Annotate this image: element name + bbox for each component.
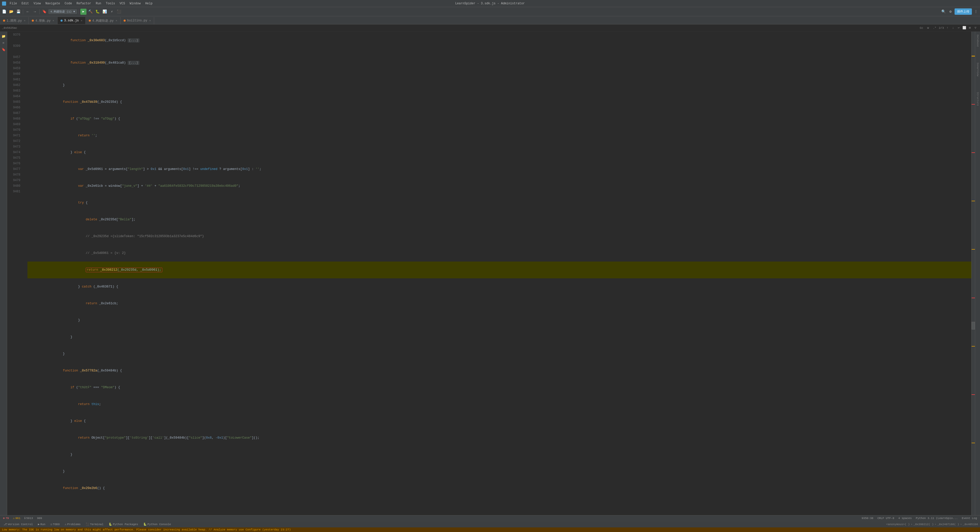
warning-number: 961 (15, 517, 20, 520)
python-version[interactable]: Python 3.11 (LearnSpio... (915, 516, 959, 520)
breadcrumb-2[interactable]: _0x398212( ) (913, 523, 934, 526)
breadcrumb-4[interactable]: _0x4051b6 (963, 523, 978, 526)
toolbar-right: 🔍 ⚙️ 插件上传 ⋮ (940, 8, 979, 15)
build-button[interactable]: 🔨 (88, 9, 94, 15)
memory-warning-text: Low memory: The IDE is running low on me… (2, 528, 291, 531)
search-button[interactable]: 🔍 (940, 9, 947, 15)
more-button[interactable]: ⋮ (973, 9, 979, 15)
terminal-tab[interactable]: ⬛ Terminal (84, 522, 105, 526)
tab-builtins[interactable]: builtins.py ✕ (121, 17, 154, 24)
tab-dot-4 (89, 19, 91, 22)
code-line-9481: function _0x20e2b6() { (27, 480, 971, 497)
run-button[interactable]: ▶ (80, 9, 86, 15)
indent-info[interactable]: 4 spaces (897, 516, 913, 520)
menu-vcs[interactable]: VCS (118, 1, 127, 6)
version-control-tab[interactable]: ⎇ Version Control (2, 522, 34, 526)
settings-button[interactable]: ⚙️ (947, 9, 953, 15)
python-console-tab[interactable]: 🐍 Python Console (142, 522, 172, 526)
code-line-9464: try { (27, 194, 971, 211)
menu-tools[interactable]: Tools (104, 1, 117, 6)
options-button[interactable]: ▽ (973, 25, 978, 30)
menu-code[interactable]: Code (62, 1, 74, 6)
stop-button[interactable]: ⬛ (116, 9, 122, 15)
wrap-button[interactable]: ↩ (956, 25, 961, 30)
tab-close-2[interactable]: ✕ (52, 19, 54, 22)
python-packages-icon: 🐍 (108, 522, 112, 526)
bottom-breadcrumb: <anonymous>( ) › _0x398212( ) › _0x24071… (886, 523, 978, 526)
code-line-9460: return ''; (27, 127, 971, 144)
branch-selector[interactable]: 4.构建轨迹 (1) ▼ (48, 9, 77, 14)
tab-close-4[interactable]: ✕ (116, 19, 117, 22)
filter-button[interactable]: ⊞ (967, 25, 972, 30)
todo-label: TODO (53, 523, 59, 526)
tab-dot-1 (3, 19, 5, 22)
save-button[interactable]: 💾 (15, 9, 21, 15)
menu-file[interactable]: File (8, 1, 19, 6)
tab-close-3[interactable]: ✕ (81, 19, 83, 22)
menu-view[interactable]: View (32, 1, 43, 6)
error-count[interactable]: ⊗ 79 (2, 516, 10, 520)
menu-navigate[interactable]: Navigate (43, 1, 62, 6)
prev-match-button[interactable]: ↑ (945, 25, 950, 30)
run-icon: ▶ (38, 522, 40, 526)
open-button[interactable]: 📂 (8, 9, 14, 15)
bookmarks-icon[interactable]: 🔖 (1, 47, 6, 53)
tab-4-构建[interactable]: 4.构建轨迹.py ✕ (86, 17, 121, 24)
structure-icon[interactable]: ≡ (1, 40, 6, 46)
position-info[interactable]: 9350:38 (861, 516, 875, 520)
case-sensitive-toggle[interactable]: Cc (918, 26, 924, 30)
menu-window[interactable]: Window (128, 1, 143, 6)
coverage-button[interactable]: 📊 (102, 9, 108, 15)
word-toggle[interactable]: W (926, 26, 931, 30)
debug-button[interactable]: 🐛 (95, 9, 101, 15)
bookmark-button[interactable]: 🔖 (41, 9, 47, 15)
database-icon[interactable]: Database (976, 33, 980, 48)
structure-right-icon[interactable]: Structure (976, 91, 980, 107)
bookmarks-right-icon[interactable]: SonarView (976, 62, 980, 77)
forward-button[interactable]: → (32, 9, 38, 15)
back-button[interactable]: ← (25, 9, 31, 15)
bottom-bar: ⎇ Version Control ▶ Run ☑ TODO ⚠ Problem… (0, 521, 980, 527)
title-bar: File Edit View Navigate Code Refactor Ru… (0, 0, 980, 7)
app-icon (2, 2, 6, 6)
info-number-2: 909 (37, 517, 42, 520)
menu-help[interactable]: Help (143, 1, 154, 6)
todo-tab[interactable]: ☑ TODO (49, 522, 61, 526)
event-log[interactable]: Event Log (961, 516, 978, 520)
scrollbar-markers[interactable] (971, 32, 975, 515)
expand-button[interactable]: ⬜ (962, 25, 967, 30)
new-file-button[interactable]: 📄 (1, 9, 7, 15)
terminal-icon: ⬛ (86, 522, 89, 526)
run-tab[interactable]: ▶ Run (37, 522, 47, 526)
breadcrumb-1[interactable]: <anonymous>( ) (886, 523, 910, 526)
tab-3-sdk[interactable]: 3.sdk.js ✕ (57, 17, 86, 24)
code-editor[interactable]: function _0x30e603(_0x1b5ccd) {...} func… (27, 32, 971, 515)
tab-4-替换[interactable]: 4.替换.py ✕ (29, 17, 57, 24)
menu-refactor[interactable]: Refactor (75, 1, 93, 6)
breadcrumb-3[interactable]: _0x2407160( ) (937, 523, 959, 526)
code-container[interactable]: 9376 9399 9457 9458 9459 9460 9461 9462 … (7, 32, 975, 515)
tab-1-调用[interactable]: 1.调用.py ✕ (0, 17, 29, 24)
tab-close-1[interactable]: ✕ (24, 19, 25, 22)
menu-run[interactable]: Run (94, 1, 103, 6)
info-count-2[interactable]: 909 (36, 516, 43, 520)
project-icon[interactable]: 📁 (1, 33, 6, 39)
tab-close-5[interactable]: ✕ (149, 19, 151, 22)
code-line-9469: } catch (_0x463671) { (27, 278, 971, 295)
warning-count[interactable]: ⚠ 961 (12, 516, 21, 520)
python-packages-tab[interactable]: 🐍 Python Packages (107, 522, 140, 526)
menu-edit[interactable]: Edit (19, 1, 31, 6)
memory-warning-bar: Low memory: The IDE is running low on me… (0, 527, 980, 532)
regex-toggle[interactable]: .* (931, 26, 938, 30)
search-controls: Cc W .* 2/3 ↑ ↓ ↩ ⬜ ⊞ ▽ (918, 25, 978, 30)
breadcrumb-sep-1: › (911, 523, 913, 526)
problems-tab[interactable]: ⚠ Problems (63, 522, 82, 526)
encoding-info[interactable]: CRLF UTF-8 (877, 516, 895, 520)
code-line-9458: function _0x47bb39(_0x29235d) { (27, 94, 971, 110)
info-count-1[interactable]: ℹ 5913 (24, 516, 34, 520)
upload-button[interactable]: 插件上传 (955, 8, 972, 15)
profile-button[interactable]: ⚡ (109, 9, 115, 15)
tabs-bar: 1.调用.py ✕ 4.替换.py ✕ 3.sdk.js ✕ 4.构建轨迹.py… (0, 16, 980, 24)
next-match-button[interactable]: ↓ (950, 25, 956, 30)
code-line-filler (27, 71, 971, 77)
